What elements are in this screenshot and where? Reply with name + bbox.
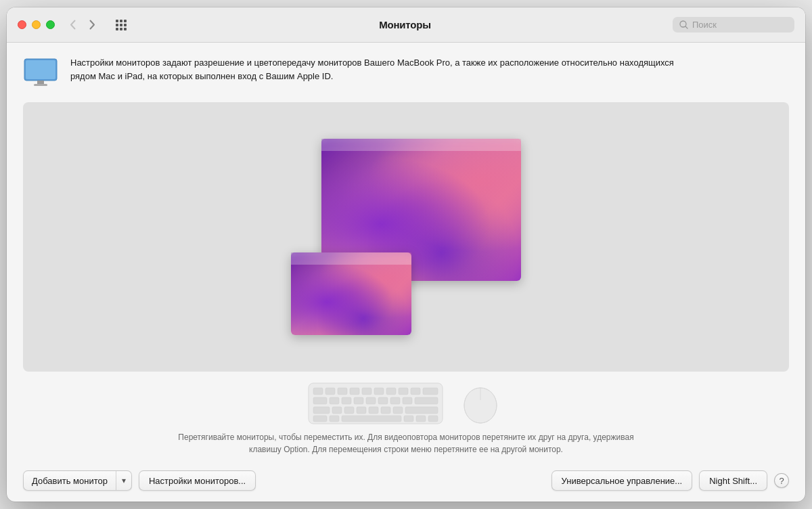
peripherals-row xyxy=(23,382,789,424)
bottom-bar: Добавить монитор Настройки мониторов... … xyxy=(23,468,789,491)
maximize-button[interactable] xyxy=(46,20,55,29)
svg-rect-32 xyxy=(405,407,438,414)
svg-rect-20 xyxy=(366,397,376,404)
svg-rect-35 xyxy=(342,416,401,422)
help-text: Перетягивайте мониторы, чтобы переместит… xyxy=(162,431,650,456)
add-monitor-dropdown-arrow[interactable] xyxy=(116,471,131,490)
night-shift-label: Night Shift... xyxy=(709,476,757,486)
monitor-settings-label: Настройки мониторов... xyxy=(149,476,246,486)
monitors-container xyxy=(291,139,521,335)
info-text: Настройки мониторов задают разрешение и … xyxy=(70,56,679,83)
svg-rect-16 xyxy=(313,397,327,404)
svg-rect-27 xyxy=(344,407,354,414)
display-icon xyxy=(23,58,58,90)
info-row: Настройки мониторов задают разрешение и … xyxy=(23,56,789,90)
titlebar: Мониторы xyxy=(7,7,805,43)
svg-rect-18 xyxy=(342,397,351,404)
help-label: ? xyxy=(779,476,784,486)
svg-rect-28 xyxy=(357,407,366,414)
universal-control-label: Универсальное управление... xyxy=(562,476,683,486)
window-title: Мониторы xyxy=(137,19,673,30)
grid-icon xyxy=(116,20,127,30)
svg-rect-7 xyxy=(325,388,335,395)
universal-control-button[interactable]: Универсальное управление... xyxy=(551,470,693,491)
svg-rect-12 xyxy=(386,388,396,395)
traffic-lights xyxy=(18,20,55,29)
search-icon xyxy=(679,20,688,29)
svg-rect-34 xyxy=(330,416,339,422)
svg-rect-3 xyxy=(37,81,44,84)
display-area xyxy=(23,102,789,372)
content-area: Настройки мониторов задают разрешение и … xyxy=(7,43,805,502)
night-shift-button[interactable]: Night Shift... xyxy=(699,470,767,491)
menubar-main xyxy=(321,139,521,151)
svg-rect-24 xyxy=(415,397,438,404)
search-input[interactable] xyxy=(692,20,788,30)
search-box[interactable] xyxy=(673,17,794,32)
svg-rect-36 xyxy=(404,416,413,422)
help-button[interactable]: ? xyxy=(774,473,789,488)
svg-rect-25 xyxy=(313,407,330,414)
svg-rect-37 xyxy=(416,416,426,422)
add-monitor-button[interactable]: Добавить монитор xyxy=(23,470,132,491)
grid-view-button[interactable] xyxy=(110,17,132,33)
monitor-secondary[interactable] xyxy=(291,252,411,335)
svg-rect-11 xyxy=(374,388,384,395)
svg-rect-15 xyxy=(423,388,438,395)
back-button[interactable] xyxy=(66,17,80,32)
svg-rect-23 xyxy=(403,397,412,404)
svg-rect-38 xyxy=(428,416,438,422)
monitor-settings-button[interactable]: Настройки мониторов... xyxy=(139,470,256,491)
svg-rect-8 xyxy=(338,388,347,395)
svg-rect-29 xyxy=(369,407,378,414)
nav-buttons xyxy=(66,17,99,32)
svg-rect-17 xyxy=(330,397,339,404)
close-button[interactable] xyxy=(18,20,26,29)
mouse-icon xyxy=(457,382,504,424)
svg-rect-14 xyxy=(411,388,420,395)
svg-rect-31 xyxy=(393,407,403,414)
svg-rect-33 xyxy=(313,416,327,422)
svg-rect-4 xyxy=(34,84,47,86)
svg-rect-6 xyxy=(313,388,323,395)
svg-rect-22 xyxy=(390,397,400,404)
svg-rect-26 xyxy=(332,407,342,414)
svg-rect-10 xyxy=(362,388,371,395)
svg-rect-13 xyxy=(399,388,408,395)
minimize-button[interactable] xyxy=(32,20,41,29)
svg-rect-9 xyxy=(350,388,359,395)
svg-rect-2 xyxy=(26,60,55,79)
add-monitor-label: Добавить монитор xyxy=(24,471,116,490)
forward-button[interactable] xyxy=(85,17,99,32)
svg-rect-19 xyxy=(354,397,363,404)
monitor-secondary-screen xyxy=(291,252,411,335)
svg-rect-30 xyxy=(381,407,390,414)
main-window: Мониторы Настройки монито xyxy=(7,7,805,502)
keyboard-icon xyxy=(308,382,443,424)
menubar-secondary xyxy=(291,252,411,265)
svg-rect-21 xyxy=(378,397,388,404)
